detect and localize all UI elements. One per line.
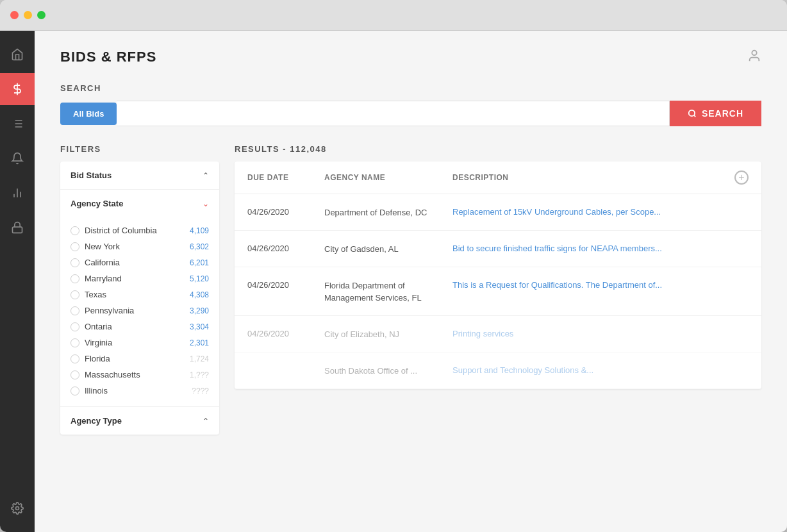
search-section: SEARCH All Bids SEARCH	[60, 83, 761, 126]
filter-radio	[70, 306, 79, 315]
agency-type-section[interactable]: Agency Type ⌃	[60, 407, 219, 435]
filter-item[interactable]: Texas 4,308	[70, 287, 209, 303]
maximize-button[interactable]	[37, 11, 46, 19]
filter-item[interactable]: California 6,201	[70, 254, 209, 270]
page-header: BIDS & RFPS	[60, 49, 761, 65]
filter-item-count: 3,304	[190, 322, 209, 331]
close-button[interactable]	[10, 11, 19, 19]
col-header-agency: Agency Name	[324, 173, 452, 182]
agency-state-items: District of Columbia 4,109 New York 6,30…	[60, 217, 219, 406]
filter-item[interactable]: Ontaria 3,304	[70, 319, 209, 335]
sidebar-item-alerts[interactable]	[0, 142, 35, 174]
table-row[interactable]: 04/26/2020 Florida Department of Managem…	[235, 267, 761, 315]
sidebar-item-settings[interactable]	[0, 492, 35, 524]
agency-state-label: Agency State	[70, 199, 123, 208]
filter-item-left: California	[70, 258, 120, 267]
cell-agency: City of Gadsden, AL	[324, 242, 452, 255]
results-table: Due Date Agency Name Description + 04/26…	[235, 162, 761, 389]
user-icon	[747, 49, 761, 63]
cell-description[interactable]: Bid to secure finished traffic signs for…	[452, 242, 749, 255]
filter-radio	[70, 226, 79, 235]
col-header-description: Description	[452, 173, 729, 182]
settings-icon	[11, 502, 24, 515]
filter-item-left: Ontaria	[70, 322, 112, 331]
sidebar-item-security[interactable]	[0, 212, 35, 244]
svg-line-14	[694, 115, 696, 117]
filter-radio	[70, 290, 79, 299]
dollar-icon	[11, 83, 24, 96]
search-input[interactable]	[117, 101, 669, 126]
svg-point-12	[752, 51, 756, 55]
agency-state-header[interactable]: Agency State ⌄	[60, 190, 219, 217]
filter-item-label: Pennsylvania	[85, 306, 134, 315]
filter-item-left: New York	[70, 242, 120, 251]
table-row[interactable]: 04/26/2020 City of Elizabeth, NJ Printin…	[235, 316, 761, 353]
cell-description[interactable]: Printing services	[452, 328, 749, 340]
search-label: SEARCH	[60, 83, 761, 93]
filter-radio	[70, 258, 79, 267]
filter-radio	[70, 354, 79, 363]
agency-type-chevron: ⌃	[203, 417, 209, 426]
search-button[interactable]: SEARCH	[670, 101, 761, 126]
cell-description[interactable]: Support and Technology Solutions &...	[452, 364, 749, 377]
filter-radio	[70, 242, 79, 251]
filter-item-left: Massachusetts	[70, 370, 140, 379]
filter-item-left: Texas	[70, 290, 106, 299]
agency-state-chevron: ⌄	[203, 199, 209, 208]
filter-item-label: Illinois	[85, 386, 108, 395]
filter-item[interactable]: Marryland 5,120	[70, 270, 209, 287]
filter-item-left: Florida	[70, 354, 110, 363]
table-row[interactable]: 04/26/2020 City of Gadsden, AL Bid to se…	[235, 231, 761, 267]
filter-item-count: 6,302	[190, 242, 209, 251]
cell-description[interactable]: Replacement of 15kV Underground Cables, …	[452, 206, 749, 219]
sidebar-item-analytics[interactable]	[0, 177, 35, 209]
filters-panel: FILTERS Bid Status ⌃ Agency S	[60, 144, 219, 435]
results-header-row: RESULTS - 112,048	[235, 144, 761, 154]
filter-item-count: ????	[192, 387, 209, 395]
sidebar-item-bids[interactable]	[0, 73, 35, 105]
filter-item[interactable]: Massachusetts 1,???	[70, 367, 209, 383]
user-profile-icon[interactable]	[747, 49, 761, 65]
filter-item-label: Florida	[85, 354, 110, 363]
filter-item[interactable]: Pennsylvania 3,290	[70, 303, 209, 319]
filter-item-count: 1,724	[190, 354, 209, 363]
filter-item[interactable]: Illinois ????	[70, 383, 209, 399]
filter-item[interactable]: New York 6,302	[70, 238, 209, 254]
sidebar-item-list[interactable]	[0, 108, 35, 140]
table-row[interactable]: 04/26/2020 Department of Defense, DC Rep…	[235, 194, 761, 231]
filter-item-left: Virginia	[70, 338, 112, 347]
table-header: Due Date Agency Name Description +	[235, 162, 761, 194]
bid-status-header[interactable]: Bid Status ⌃	[60, 162, 219, 189]
filter-item-label: Virginia	[85, 338, 112, 347]
all-bids-button[interactable]: All Bids	[60, 103, 117, 125]
cell-description[interactable]: This is a Request for Qualifications. Th…	[452, 279, 749, 292]
add-column-button[interactable]: +	[734, 170, 749, 185]
filter-item[interactable]: Florida 1,724	[70, 351, 209, 367]
filters-title: FILTERS	[60, 144, 219, 154]
filter-radio	[70, 322, 79, 331]
cell-due-date: 04/26/2020	[247, 242, 324, 253]
cell-agency: Department of Defense, DC	[324, 206, 452, 219]
filter-item-count: 3,290	[190, 306, 209, 315]
filter-item-count: 1,???	[190, 370, 209, 379]
filter-item-label: New York	[85, 242, 120, 251]
search-icon	[688, 109, 697, 118]
filter-item[interactable]: District of Columbia 4,109	[70, 222, 209, 238]
filter-item[interactable]: Virginia 2,301	[70, 335, 209, 351]
results-count: RESULTS - 112,048	[235, 144, 327, 154]
minimize-button[interactable]	[24, 11, 32, 19]
cell-due-date	[247, 364, 324, 365]
filter-item-left: District of Columbia	[70, 226, 157, 235]
bid-status-label: Bid Status	[70, 170, 112, 180]
lock-icon	[11, 221, 24, 234]
cell-agency: Florida Department of Management Service…	[324, 279, 452, 303]
agency-state-section: Agency State ⌄ District of Columbia 4,10…	[60, 190, 219, 407]
svg-point-11	[16, 507, 19, 510]
filter-item-count: 5,120	[190, 274, 209, 283]
svg-rect-10	[13, 227, 22, 233]
sidebar-item-home[interactable]	[0, 38, 35, 71]
table-row[interactable]: South Dakota Office of ... Support and T…	[235, 353, 761, 389]
bid-status-section: Bid Status ⌃	[60, 162, 219, 190]
app-layout: BIDS & RFPS SEARCH All Bids SEARCH	[0, 31, 787, 532]
filter-item-left: Illinois	[70, 386, 108, 395]
